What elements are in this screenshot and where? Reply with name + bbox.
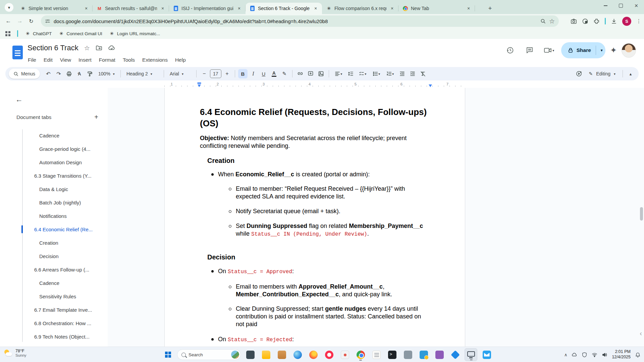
google-docs-logo-icon[interactable] [12, 46, 23, 59]
apps-grid-icon[interactable] [5, 31, 10, 36]
line-spacing-button[interactable] [346, 69, 355, 78]
outline-item[interactable]: 6.8 Orchestration: How ... [0, 316, 108, 330]
outline-item[interactable]: Cadence [0, 129, 108, 142]
tab-close-icon[interactable] [236, 5, 242, 11]
star-document-icon[interactable] [84, 44, 90, 52]
share-button[interactable]: Share [561, 42, 605, 58]
bold-button[interactable]: B [238, 69, 248, 78]
bulleted-list-button[interactable] [370, 69, 383, 78]
taskbar-icon-notepad[interactable] [370, 348, 383, 361]
numbered-list-button[interactable] [384, 69, 396, 78]
extensions-puzzle-icon[interactable] [593, 18, 600, 24]
taskbar-icon-remote-display[interactable] [465, 348, 477, 361]
notification-bell-icon[interactable] [635, 352, 641, 358]
close-sidebar-back-icon[interactable] [15, 95, 23, 104]
taskbar-icon-app-light[interactable] [338, 348, 351, 361]
outline-item[interactable]: 6.6 Arrears Follow-up (... [0, 263, 108, 276]
insert-link-button[interactable] [296, 69, 305, 78]
taskbar-icon-opera[interactable] [323, 348, 335, 361]
first-line-indent-marker[interactable] [198, 82, 201, 84]
new-tab-button[interactable] [486, 4, 494, 13]
taskbar-search-box[interactable]: Search [177, 349, 241, 360]
zoom-select[interactable]: 100% [96, 69, 117, 78]
browser-menu-kebab-icon[interactable] [636, 18, 641, 24]
site-settings-icon[interactable] [45, 18, 50, 24]
taskbar-icon-edge[interactable] [291, 348, 304, 361]
browser-tab[interactable]: Simple text version [16, 3, 93, 14]
redo-button[interactable] [54, 69, 63, 78]
taskbar-icon-terminal[interactable] [386, 348, 398, 361]
hide-menus-button[interactable] [626, 69, 635, 78]
document-canvas[interactable]: 6.4 Economic Relief (Requests, Decisions… [108, 88, 644, 347]
password-manager-icon[interactable] [582, 18, 588, 24]
browser-profile-avatar[interactable]: S [622, 17, 631, 26]
taskbar-icon-folder[interactable] [275, 348, 288, 361]
version-history-button[interactable] [503, 43, 518, 58]
taskbar-icon-file-explorer[interactable] [260, 348, 272, 361]
outline-item-active[interactable]: 6.4 Economic Relief (Re... [0, 223, 108, 236]
underline-button[interactable]: U [259, 69, 268, 78]
volume-icon[interactable] [602, 352, 607, 358]
document-scrollbar-thumb[interactable] [640, 207, 643, 221]
menus-search-button[interactable]: Menus [9, 69, 40, 79]
add-tab-icon[interactable] [94, 113, 98, 121]
tab-close-icon[interactable] [389, 5, 395, 11]
menu-help[interactable]: Help [171, 56, 190, 64]
taskbar-icon-firefox[interactable] [307, 348, 320, 361]
menu-format[interactable]: Format [95, 56, 119, 64]
bookmark-star-icon[interactable] [549, 17, 555, 25]
screenshot-camera-icon[interactable] [571, 18, 577, 24]
text-color-button[interactable]: A [269, 69, 279, 78]
print-button[interactable] [64, 69, 74, 78]
account-avatar[interactable] [622, 43, 636, 58]
reload-button[interactable] [25, 15, 37, 27]
bookmark-item[interactable]: Login URL mismatc... [109, 31, 160, 37]
insert-image-button[interactable] [316, 69, 326, 78]
right-indent-marker[interactable] [429, 84, 432, 87]
menu-edit[interactable]: Edit [40, 56, 56, 64]
tab-close-icon[interactable] [160, 5, 166, 11]
menu-view[interactable]: View [56, 56, 75, 64]
comments-button[interactable] [522, 43, 537, 58]
tab-close-icon[interactable] [313, 5, 319, 11]
taskbar-icon-mail[interactable] [480, 348, 493, 361]
outline-item[interactable]: Automation Design [0, 156, 108, 169]
gemini-sparkle-icon[interactable] [610, 46, 617, 55]
wifi-icon[interactable] [592, 352, 597, 358]
window-minimize-button[interactable] [598, 0, 613, 11]
window-close-button[interactable] [629, 0, 644, 11]
outline-item[interactable]: 6.7 Email Template Inve... [0, 303, 108, 316]
taskbar-icon-app-purple[interactable] [433, 348, 446, 361]
italic-button[interactable]: I [249, 69, 258, 78]
menu-insert[interactable]: Insert [75, 56, 95, 64]
document-status-cloud-icon[interactable] [108, 45, 115, 51]
present-button[interactable] [574, 69, 584, 78]
download-icon[interactable] [611, 18, 617, 24]
outline-item[interactable]: Notifications [0, 209, 108, 223]
browser-tab-active[interactable]: Section 6 Track - Google Docs [246, 3, 322, 14]
undo-button[interactable] [44, 69, 53, 78]
menu-extensions[interactable]: Extensions [139, 56, 171, 64]
outline-item[interactable]: Cadence [0, 276, 108, 290]
decrease-indent-button[interactable] [397, 69, 407, 78]
window-maximize-button[interactable] [613, 0, 629, 11]
document-title[interactable]: Section 6 Track [28, 44, 78, 52]
outline-item[interactable]: Grace-period logic (4... [0, 142, 108, 156]
browser-tab[interactable]: Flow comparison 6.x requireme [322, 3, 398, 14]
browser-tab[interactable]: New Tab [398, 3, 475, 14]
hidden-icons-chevron[interactable] [564, 352, 568, 357]
outline-item[interactable]: 6.3 Stage Transitions (Y... [0, 169, 108, 182]
outline-item[interactable]: 6.9 Tech Notes (Object... [0, 330, 108, 343]
taskbar-icon-chrome[interactable] [354, 348, 367, 361]
align-button[interactable] [332, 69, 345, 78]
security-shield-icon[interactable] [582, 352, 587, 358]
add-comment-button[interactable] [306, 69, 315, 78]
taskbar-clock[interactable]: 2:01 PM 12/4/2025 [612, 349, 631, 360]
zoom-icon[interactable] [540, 18, 546, 24]
editing-mode-select[interactable]: Editing [585, 68, 620, 79]
tab-search-button[interactable] [5, 3, 13, 12]
font-select[interactable]: Arial [167, 69, 193, 78]
collapse-panel-chevron-icon[interactable] [640, 329, 642, 337]
document-ruler[interactable]: 1 2 3 4 5 6 7 [108, 82, 639, 88]
share-dropdown-icon[interactable] [601, 48, 603, 53]
